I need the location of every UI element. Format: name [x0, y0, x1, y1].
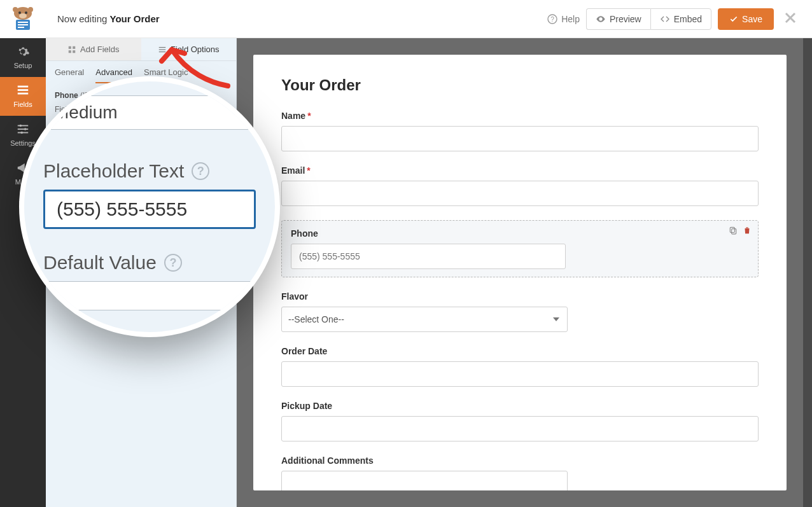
label-pickup-date: Pickup Date [281, 401, 759, 411]
help-link[interactable]: ? Help [547, 14, 580, 24]
field-pickup-date[interactable]: Pickup Date [281, 401, 759, 441]
field-email[interactable]: Email* [281, 165, 759, 206]
mag-size-value: Medium [43, 95, 256, 130]
field-flavor[interactable]: Flavor --Select One-- [281, 291, 759, 332]
input-order-date[interactable] [281, 361, 759, 387]
mag-placeholder-input[interactable] [43, 190, 256, 229]
eye-icon [596, 14, 606, 24]
help-icon: ? [547, 14, 557, 24]
svg-point-16 [24, 128, 27, 130]
svg-rect-13 [18, 125, 29, 127]
label-email: Email* [281, 165, 759, 176]
svg-rect-25 [159, 46, 166, 47]
top-bar: Now editing Your Order ? Help Preview Em… [46, 0, 812, 38]
svg-point-5 [19, 13, 27, 18]
input-pickup-date[interactable] [281, 416, 759, 441]
check-icon [729, 15, 738, 24]
editing-label: Now editing Your Order [57, 13, 160, 24]
form-canvas: Your Order Name* Email* Phone Flavor [253, 55, 787, 490]
preview-button[interactable]: Preview [586, 8, 650, 30]
close-button[interactable] [780, 10, 801, 28]
field-order-date[interactable]: Order Date [281, 346, 759, 387]
close-icon [784, 11, 797, 24]
sliders-icon [158, 45, 167, 54]
subtab-general[interactable]: General [55, 67, 84, 83]
svg-rect-21 [69, 46, 71, 48]
svg-rect-27 [159, 51, 166, 52]
save-button[interactable]: Save [718, 8, 774, 30]
tab-add-fields[interactable]: Add Fields [46, 38, 141, 60]
svg-rect-15 [18, 128, 29, 130]
svg-rect-29 [732, 229, 736, 234]
svg-rect-23 [69, 50, 71, 53]
svg-rect-7 [18, 22, 28, 23]
svg-rect-24 [73, 50, 75, 53]
delete-icon[interactable] [743, 226, 752, 237]
svg-rect-9 [18, 27, 24, 28]
svg-rect-22 [73, 46, 75, 48]
form-title: Your Order [281, 76, 759, 94]
mag-placeholder-label: Placeholder Text [43, 160, 184, 182]
nav-fields[interactable]: Fields [0, 77, 46, 116]
svg-rect-12 [18, 93, 29, 95]
svg-rect-28 [730, 227, 734, 232]
canvas-area: Your Order Name* Email* Phone Flavor [237, 38, 803, 507]
label-order-date: Order Date [281, 346, 759, 356]
svg-rect-8 [18, 24, 28, 25]
input-name[interactable] [281, 126, 759, 151]
mag-default-input[interactable] [43, 281, 256, 310]
code-icon [660, 14, 670, 24]
duplicate-icon[interactable] [729, 226, 738, 237]
svg-point-18 [20, 132, 23, 134]
textarea-comments[interactable] [281, 471, 568, 490]
svg-point-2 [28, 7, 33, 12]
svg-point-4 [25, 11, 27, 14]
svg-rect-26 [159, 49, 166, 50]
svg-text:?: ? [550, 16, 554, 23]
label-comments: Additional Comments [281, 455, 759, 466]
svg-point-14 [20, 125, 22, 127]
help-icon[interactable]: ? [192, 162, 209, 180]
embed-button[interactable]: Embed [650, 8, 711, 30]
nav-setup[interactable]: Setup [0, 38, 46, 77]
svg-rect-11 [18, 89, 29, 91]
svg-point-3 [18, 11, 21, 14]
field-comments[interactable]: Additional Comments [281, 455, 759, 490]
mag-default-label: Default Value [43, 252, 157, 274]
help-icon[interactable]: ? [164, 254, 182, 272]
tab-field-options[interactable]: Field Options [141, 38, 237, 60]
grid-icon [67, 45, 76, 54]
label-name: Name* [281, 111, 759, 121]
magnifier-callout: Medium Placeholder Text ? Default Value … [19, 76, 280, 337]
input-email[interactable] [281, 181, 759, 206]
field-name[interactable]: Name* [281, 111, 759, 151]
svg-point-1 [13, 7, 18, 12]
select-flavor[interactable]: --Select One-- [281, 307, 568, 332]
label-flavor: Flavor [281, 291, 759, 302]
field-phone[interactable]: Phone [281, 220, 759, 277]
input-phone[interactable] [291, 244, 566, 269]
app-logo [0, 0, 46, 38]
svg-rect-10 [18, 86, 29, 88]
label-phone: Phone [291, 228, 749, 239]
